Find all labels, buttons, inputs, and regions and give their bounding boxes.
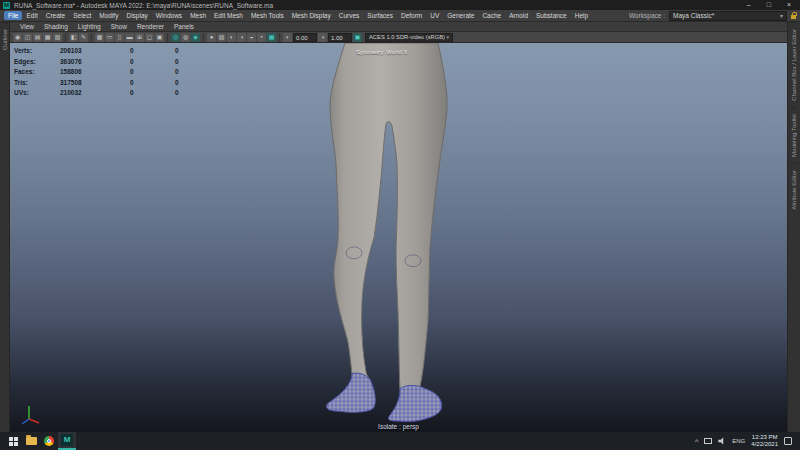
hud-row: Tris: 317508 0 0	[14, 78, 220, 89]
menu-item[interactable]: Arnold	[505, 11, 532, 20]
menu-item[interactable]: Cache	[478, 11, 505, 20]
right-panel-tab[interactable]: Modeling Toolkit	[791, 107, 797, 163]
menu-item[interactable]: Edit	[22, 11, 41, 20]
exposure-icon[interactable]: ◐	[283, 33, 292, 42]
maya-taskbar-button[interactable]: M	[58, 432, 76, 450]
hud-value: 317508	[60, 78, 130, 89]
separator[interactable]	[65, 33, 66, 42]
gamma-field[interactable]: 1.00	[328, 33, 352, 42]
maya-window: M RUNA_Software.ma* - Autodesk MAYA 2022…	[0, 0, 800, 432]
panel-menu-item[interactable]: Show	[107, 23, 131, 30]
main-area: Outliner View Shading Lighting Show Rend…	[0, 22, 800, 432]
shadows-icon[interactable]: ◑	[237, 33, 246, 42]
maximize-button[interactable]: □	[767, 0, 771, 10]
hud-selected-count: 0	[175, 46, 220, 57]
tray-time: 12:23 PM	[751, 434, 778, 441]
safe-action-icon[interactable]: ◻	[145, 33, 154, 42]
menu-item[interactable]: Windows	[152, 11, 186, 20]
xray-icon[interactable]: ◍	[181, 33, 190, 42]
language-indicator[interactable]: ENG	[732, 438, 745, 444]
safe-title-icon[interactable]: ▣	[155, 33, 164, 42]
menu-item[interactable]: UV	[426, 11, 443, 20]
camera-attributes-icon[interactable]: ▤	[33, 33, 42, 42]
bookmarks-icon[interactable]: ▦	[43, 33, 52, 42]
lock-icon[interactable]	[791, 15, 796, 19]
tray-chevron-icon[interactable]: ^	[695, 438, 698, 445]
notification-center-icon[interactable]	[784, 437, 792, 445]
pan-zoom-icon[interactable]: ◧	[69, 33, 78, 42]
default-material-icon[interactable]: ●	[207, 33, 216, 42]
chrome-button[interactable]	[40, 432, 58, 450]
wireframe-on-shaded-icon[interactable]: ◈	[191, 33, 200, 42]
isolate-select-icon[interactable]: ◎	[171, 33, 180, 42]
close-button[interactable]: ×	[787, 0, 791, 10]
folder-icon	[26, 437, 37, 445]
right-panel-tab[interactable]: Attribute Editor	[791, 163, 797, 216]
ambient-occlusion-icon[interactable]: ◒	[247, 33, 256, 42]
menu-item[interactable]: Modify	[95, 11, 122, 20]
hud-selected-count: 0	[130, 88, 175, 99]
image-plane-icon[interactable]: ▧	[53, 33, 62, 42]
menu-item[interactable]: Mesh	[186, 11, 210, 20]
hud-selected-count: 0	[130, 57, 175, 68]
speaker-icon[interactable]	[718, 437, 726, 445]
viewport-3d[interactable]: Verts: 206103 0 0 Edges: 363076 0 0	[10, 43, 787, 432]
menu-item[interactable]: Mesh Display	[288, 11, 335, 20]
resolution-gate-icon[interactable]: ▯	[115, 33, 124, 42]
panel-menu-item[interactable]: Renderer	[133, 23, 168, 30]
separator[interactable]	[203, 33, 204, 42]
viewport-toolbar-icons: ◉ ◫ ▤ ▦ ▧ ◧ ✎	[13, 33, 282, 42]
menu-item[interactable]: Edit Mesh	[210, 11, 247, 20]
film-gate-icon[interactable]: ▭	[105, 33, 114, 42]
workspace-label: Workspace :	[629, 12, 665, 19]
maya-app-icon: M	[3, 2, 10, 9]
select-camera-icon[interactable]: ◉	[13, 33, 22, 42]
hud-poly-count: Verts: 206103 0 0 Edges: 363076 0 0	[14, 46, 220, 99]
menu-item[interactable]: Deform	[397, 11, 426, 20]
exposure-field[interactable]: 0.00	[293, 33, 317, 42]
color-management-icon[interactable]: ▣	[353, 33, 362, 42]
view-transform-dropdown[interactable]: ACES 1.0 SDR-video (sRGB) ▾	[365, 33, 453, 42]
lights-icon[interactable]: ◐	[227, 33, 236, 42]
menu-item[interactable]: Substance	[532, 11, 571, 20]
anti-aliasing-icon[interactable]: ▦	[267, 33, 276, 42]
workspace-value: Maya Classic*	[673, 12, 714, 19]
panel-menu-item[interactable]: Lighting	[74, 23, 105, 30]
menu-item[interactable]: Create	[42, 11, 70, 20]
field-chart-icon[interactable]: ⊞	[135, 33, 144, 42]
workspace-dropdown[interactable]: Maya Classic*▾	[669, 11, 787, 21]
menu-item[interactable]: Help	[571, 11, 592, 20]
start-button[interactable]	[4, 432, 22, 450]
left-panel-tab[interactable]: Outliner	[2, 22, 8, 56]
lock-camera-icon[interactable]: ◫	[23, 33, 32, 42]
separator[interactable]	[279, 33, 280, 42]
grease-pencil-icon[interactable]: ✎	[79, 33, 88, 42]
left-panel-strip: Outliner	[0, 22, 10, 432]
menu-item[interactable]: Curves	[335, 11, 364, 20]
menu-item[interactable]: File	[4, 11, 22, 20]
gate-mask-icon[interactable]: ▬	[125, 33, 134, 42]
textured-icon[interactable]: ▨	[217, 33, 226, 42]
grid-icon[interactable]: ▩	[95, 33, 104, 42]
file-explorer-button[interactable]	[22, 432, 40, 450]
right-panel-tab[interactable]: Channel Box / Layer Editor	[791, 22, 797, 107]
network-icon[interactable]	[704, 438, 712, 444]
menu-item[interactable]: Select	[69, 11, 95, 20]
chrome-icon	[44, 436, 54, 446]
model-legs[interactable]	[10, 43, 787, 432]
menu-item[interactable]: Surfaces	[363, 11, 397, 20]
hud-label: Tris:	[14, 78, 60, 89]
gamma-icon[interactable]: ◑	[318, 33, 327, 42]
separator[interactable]	[91, 33, 92, 42]
panel-menu-item[interactable]: View	[16, 23, 38, 30]
panel-menu-item[interactable]: Shading	[40, 23, 72, 30]
menu-item[interactable]: Display	[122, 11, 151, 20]
hud-row: Faces: 158806 0 0	[14, 67, 220, 78]
menu-item[interactable]: Generate	[443, 11, 478, 20]
clock[interactable]: 12:23 PM 4/22/2021	[751, 434, 778, 448]
separator[interactable]	[167, 33, 168, 42]
menu-item[interactable]: Mesh Tools	[247, 11, 288, 20]
motion-blur-icon[interactable]: ◓	[257, 33, 266, 42]
panel-menu-item[interactable]: Panels	[170, 23, 198, 30]
minimize-button[interactable]: –	[747, 0, 751, 10]
